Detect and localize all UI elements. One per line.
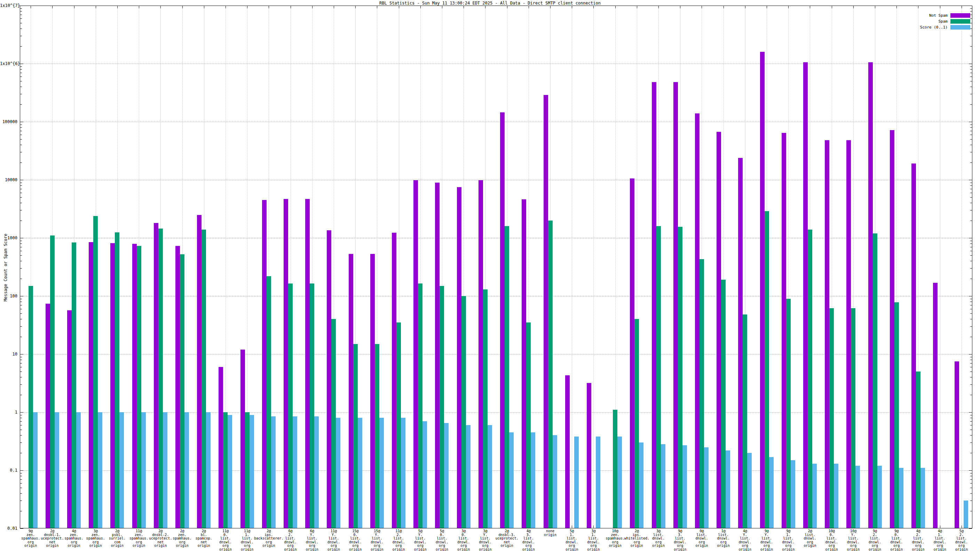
legend-entry: Score (0..1) (894, 25, 970, 30)
x-tick-label: 5@ 2. list. dnswl. org origin (946, 529, 977, 551)
y-tick-label: 100 (0, 294, 18, 298)
y-tick-label: 10 (0, 352, 18, 356)
y-tick-label: 1000 (0, 236, 18, 240)
legend-swatch (950, 13, 970, 18)
legend-label: Not Spam (929, 13, 948, 18)
y-tick-label: 10000 (0, 178, 18, 182)
plot-border (20, 6, 972, 529)
y-tick-label: 0.1 (0, 468, 18, 472)
legend-entry: Not Spam (894, 13, 970, 18)
y-tick-label: 1x10^{6} (0, 62, 18, 66)
legend-label: Spam (939, 19, 948, 24)
legend-label: Score (0..1) (920, 25, 948, 30)
chart-title: RBL Statistics - Sun May 11 13:00:24 EDT… (0, 1, 980, 6)
legend-swatch (950, 19, 970, 24)
rbl-statistics-chart: RBL Statistics - Sun May 11 13:00:24 EDT… (0, 0, 980, 551)
legend-entry: Spam (894, 19, 970, 24)
y-tick-label: 1 (0, 410, 18, 414)
y-tick-label: 100000 (0, 120, 18, 124)
y-tick-label: 1x10^{7} (0, 3, 18, 8)
legend-swatch (950, 25, 970, 30)
